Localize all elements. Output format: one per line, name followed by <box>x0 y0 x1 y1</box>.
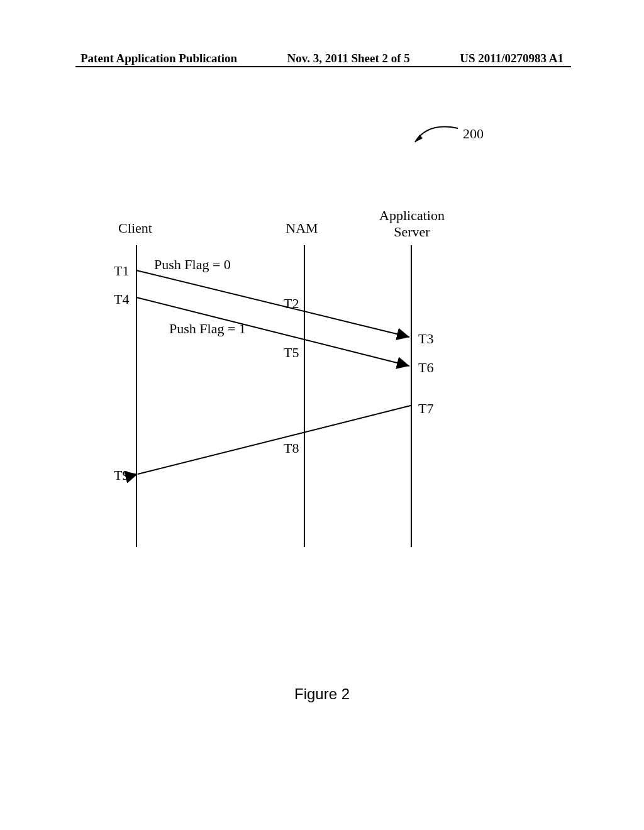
time-label-t9: T9 <box>114 467 129 484</box>
time-label-t3: T3 <box>418 331 433 347</box>
reference-label-200: 200 <box>463 126 484 142</box>
time-label-t7: T7 <box>418 401 433 417</box>
reference-arrow-200 <box>402 121 459 146</box>
time-label-t5: T5 <box>284 345 299 361</box>
header-right: US 2011/0270983 A1 <box>460 52 564 65</box>
time-label-t6: T6 <box>418 360 433 376</box>
figure-caption: Figure 2 <box>0 685 644 703</box>
svg-marker-0 <box>415 135 423 142</box>
header-left: Patent Application Publication <box>80 52 237 65</box>
message-push-flag-1: Push Flag = 1 <box>169 321 246 337</box>
svg-line-5 <box>138 406 411 474</box>
time-label-t2: T2 <box>284 296 299 312</box>
header-rule <box>75 66 571 67</box>
time-label-t4: T4 <box>114 291 129 307</box>
message-push-flag-0: Push Flag = 0 <box>154 257 231 273</box>
page-header: Patent Application Publication Nov. 3, 2… <box>0 52 644 65</box>
header-center: Nov. 3, 2011 Sheet 2 of 5 <box>287 52 410 65</box>
sequence-diagram: Client NAM Application Server T1 T4 T9 T… <box>110 208 443 585</box>
time-label-t1: T1 <box>114 263 129 279</box>
time-label-t8: T8 <box>284 440 299 456</box>
